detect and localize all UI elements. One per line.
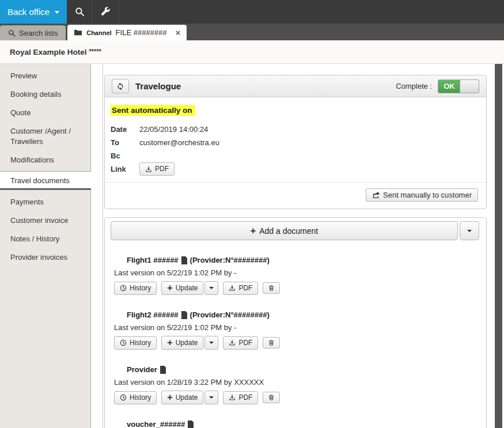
tab-channel-label: Channel bbox=[86, 29, 111, 36]
document-name: Provider bbox=[127, 365, 157, 374]
tools-button[interactable] bbox=[93, 0, 119, 24]
field-label: To bbox=[111, 138, 139, 147]
scrollbar-thumb[interactable] bbox=[495, 64, 502, 428]
history-button[interactable]: History bbox=[114, 282, 157, 295]
update-dropdown-button[interactable] bbox=[204, 281, 218, 295]
travelogue-panel-footer: Sent manually to customer bbox=[105, 182, 486, 209]
sidebar-item-customer-invoice[interactable]: Customer invoice bbox=[0, 211, 90, 230]
update-button[interactable]: + Update bbox=[161, 336, 203, 350]
page-header: Royal Example Hotel ***** bbox=[0, 40, 504, 64]
complete-label: Complete : bbox=[396, 82, 432, 90]
clock-icon bbox=[120, 285, 127, 291]
document-buttons: History + Update PDF bbox=[114, 391, 479, 404]
update-button[interactable]: + Update bbox=[161, 391, 203, 404]
add-document-button[interactable]: + Add a document bbox=[111, 221, 458, 240]
history-button[interactable]: History bbox=[114, 391, 157, 404]
hotel-name: Royal Example Hotel bbox=[10, 48, 87, 56]
file-icon bbox=[181, 311, 188, 319]
pdf-label: PDF bbox=[238, 284, 252, 293]
download-icon bbox=[229, 394, 236, 401]
update-label: Update bbox=[176, 393, 198, 402]
caret-down-icon bbox=[209, 287, 214, 289]
sidebar-item-modifications[interactable]: Modifications bbox=[0, 151, 90, 169]
plus-icon: + bbox=[167, 393, 172, 402]
trash-icon bbox=[268, 339, 275, 346]
tabbar: Search lists Channel FILE ######## × bbox=[0, 24, 504, 40]
document-entry: Flight1 ###### (Provider:N°########) Las… bbox=[111, 256, 479, 295]
document-entry: voucher_###### Last version on 1/28/19 3… bbox=[111, 420, 479, 428]
pdf-download-button[interactable]: PDF bbox=[139, 162, 175, 176]
travelogue-panel-header: Travelogue Complete : OK bbox=[105, 75, 486, 97]
tab-search-lists[interactable]: Search lists bbox=[0, 25, 66, 40]
sidebar-item-booking-details[interactable]: Booking details bbox=[0, 85, 90, 104]
refresh-icon bbox=[116, 82, 124, 90]
search-icon bbox=[75, 7, 85, 17]
sidebar-block-top: Preview Booking details Quote Customer /… bbox=[0, 64, 91, 172]
back-office-menu-button[interactable]: Back office bbox=[0, 0, 67, 24]
document-title: Flight1 ###### (Provider:N°########) bbox=[127, 256, 479, 264]
sent-manually-label: Sent manually to customer bbox=[383, 191, 472, 199]
close-icon[interactable]: × bbox=[176, 28, 181, 37]
caret-down-icon bbox=[209, 396, 214, 399]
update-dropdown-button[interactable] bbox=[204, 336, 218, 350]
pdf-button[interactable]: PDF bbox=[223, 336, 258, 350]
sidebar-item-preview[interactable]: Preview bbox=[0, 67, 90, 85]
pdf-button[interactable]: PDF bbox=[223, 282, 258, 295]
send-details: Date 22/05/2019 14:00:24 To customer@orc… bbox=[111, 123, 480, 176]
complete-status: Complete : OK bbox=[396, 79, 479, 93]
document-buttons: History + Update PDF bbox=[114, 281, 479, 295]
download-icon bbox=[145, 166, 152, 173]
document-suffix: (Provider:N°########) bbox=[190, 310, 270, 319]
history-button[interactable]: History bbox=[114, 336, 157, 350]
sidebar-block-bottom: Payments Customer invoice Notes / Histor… bbox=[0, 190, 91, 428]
download-icon bbox=[229, 285, 236, 291]
field-value: 22/05/2019 14:00:24 bbox=[139, 125, 208, 134]
sidebar-item-payments[interactable]: Payments bbox=[0, 193, 90, 211]
chevron-down-icon bbox=[55, 11, 59, 14]
clock-icon bbox=[120, 339, 127, 346]
content-area: Preview Booking details Quote Customer /… bbox=[0, 64, 504, 428]
document-title: Flight2 ###### (Provider:N°########) bbox=[127, 310, 479, 319]
update-button[interactable]: + Update bbox=[161, 281, 203, 295]
complete-toggle[interactable]: OK bbox=[438, 79, 479, 93]
document-last-version: Last version on 5/22/19 1:02 PM by - bbox=[114, 268, 479, 277]
delete-button[interactable] bbox=[263, 282, 280, 294]
field-row-bc: Bc bbox=[111, 149, 480, 162]
delete-button[interactable] bbox=[263, 337, 280, 349]
caret-down-icon bbox=[467, 230, 472, 232]
sent-manually-button[interactable]: Sent manually to customer bbox=[366, 188, 478, 202]
toggle-ok-label: OK bbox=[438, 80, 460, 93]
search-button[interactable] bbox=[67, 0, 93, 24]
update-split-button: + Update bbox=[161, 281, 218, 295]
delete-button[interactable] bbox=[263, 392, 280, 403]
document-name: voucher_###### bbox=[127, 420, 185, 428]
field-row-date: Date 22/05/2019 14:00:24 bbox=[111, 123, 480, 135]
refresh-button[interactable] bbox=[112, 79, 129, 93]
update-dropdown-button[interactable] bbox=[204, 391, 218, 404]
caret-down-icon bbox=[209, 342, 214, 344]
document-buttons: History + Update PDF bbox=[114, 336, 479, 350]
document-entry: Flight2 ###### (Provider:N°########) Las… bbox=[111, 310, 479, 350]
document-title: Provider bbox=[127, 365, 479, 374]
pdf-button[interactable]: PDF bbox=[223, 391, 258, 404]
update-label: Update bbox=[176, 339, 198, 347]
field-value: customer@orchestra.eu bbox=[139, 138, 219, 147]
panel-title: Travelogue bbox=[135, 81, 181, 91]
sidebar-item-quote[interactable]: Quote bbox=[0, 104, 90, 122]
sidebar-item-travel-documents[interactable]: Travel documents bbox=[0, 172, 91, 190]
sidebar-item-notes-history[interactable]: Notes / History bbox=[0, 230, 90, 248]
toggle-knob[interactable] bbox=[460, 80, 479, 93]
add-document-dropdown-button[interactable] bbox=[460, 221, 479, 240]
scrollbar-track[interactable] bbox=[495, 64, 502, 428]
sidebar-item-provider-invoices[interactable]: Provider invoices bbox=[0, 248, 90, 267]
tab-channel-file[interactable]: Channel FILE ######## × bbox=[67, 25, 187, 40]
folder-icon bbox=[74, 29, 82, 36]
file-icon bbox=[160, 366, 166, 374]
sidebar-item-customer-agent-travellers[interactable]: Customer /Agent / Travellers bbox=[0, 122, 90, 151]
main-pane: Travelogue Complete : OK Sent automatica… bbox=[103, 64, 504, 428]
plus-icon: + bbox=[167, 338, 172, 347]
download-icon bbox=[229, 339, 236, 346]
documents-panel: + Add a document Flight1 ###### (Provide… bbox=[104, 217, 487, 428]
search-icon bbox=[8, 29, 16, 37]
update-split-button: + Update bbox=[161, 391, 218, 404]
